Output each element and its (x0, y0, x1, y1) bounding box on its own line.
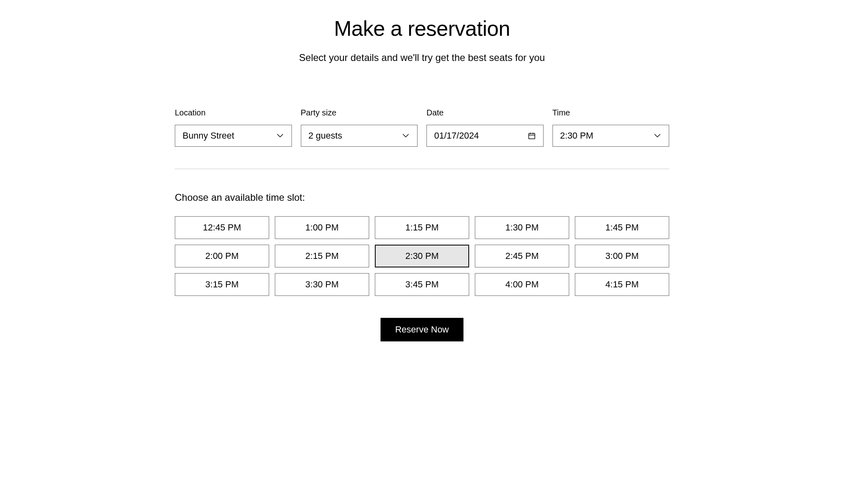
chevron-down-icon (402, 132, 410, 140)
timeslot-section-label: Choose an available time slot: (175, 192, 669, 203)
timeslot-button[interactable]: 2:00 PM (175, 245, 269, 267)
timeslot-button[interactable]: 1:00 PM (275, 216, 369, 239)
timeslot-button[interactable]: 1:45 PM (575, 216, 669, 239)
timeslot-button[interactable]: 4:00 PM (475, 273, 569, 296)
svg-rect-0 (529, 133, 535, 139)
timeslot-button[interactable]: 2:15 PM (275, 245, 369, 267)
timeslot-button[interactable]: 3:00 PM (575, 245, 669, 267)
timeslot-button[interactable]: 12:45 PM (175, 216, 269, 239)
timeslot-button[interactable]: 1:15 PM (375, 216, 469, 239)
timeslot-button[interactable]: 3:15 PM (175, 273, 269, 296)
date-value: 01/17/2024 (434, 130, 528, 141)
timeslot-button[interactable]: 2:45 PM (475, 245, 569, 267)
time-value: 2:30 PM (560, 130, 654, 141)
page-subtitle: Select your details and we'll try get th… (175, 52, 669, 63)
calendar-icon (528, 132, 536, 140)
location-label: Location (175, 108, 292, 117)
reserve-button[interactable]: Reserve Now (381, 318, 463, 341)
date-input[interactable]: 01/17/2024 (426, 125, 544, 147)
divider (175, 169, 669, 169)
timeslot-button[interactable]: 2:30 PM (375, 245, 469, 267)
time-select[interactable]: 2:30 PM (553, 125, 670, 147)
party-size-select[interactable]: 2 guests (301, 125, 418, 147)
party-size-value: 2 guests (309, 130, 402, 141)
page-title: Make a reservation (175, 16, 669, 41)
timeslot-button[interactable]: 1:30 PM (475, 216, 569, 239)
date-label: Date (426, 108, 544, 117)
time-label: Time (553, 108, 670, 117)
timeslot-button[interactable]: 3:45 PM (375, 273, 469, 296)
location-value: Bunny Street (183, 130, 276, 141)
party-size-label: Party size (301, 108, 418, 117)
timeslot-button[interactable]: 3:30 PM (275, 273, 369, 296)
location-select[interactable]: Bunny Street (175, 125, 292, 147)
chevron-down-icon (653, 132, 661, 140)
chevron-down-icon (276, 132, 284, 140)
timeslot-grid: 12:45 PM1:00 PM1:15 PM1:30 PM1:45 PM2:00… (175, 216, 669, 296)
timeslot-button[interactable]: 4:15 PM (575, 273, 669, 296)
